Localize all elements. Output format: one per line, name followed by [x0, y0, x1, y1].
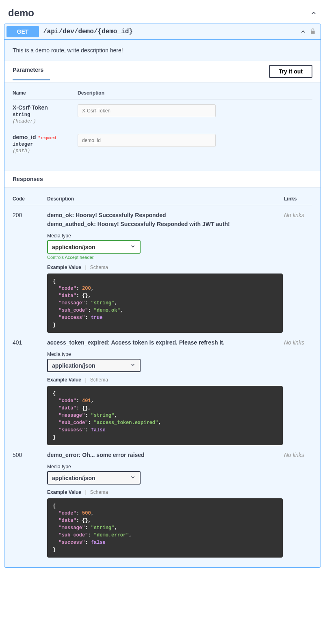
media-type-select[interactable]: application/json: [47, 471, 141, 485]
tab-example-value[interactable]: Example Value: [47, 265, 81, 270]
example-code: { "code": 401, "data": {}, "message": "s…: [47, 386, 283, 445]
example-tabs: Example Value | Schema: [47, 489, 284, 495]
parameter-row: demo_id * required integer (path): [13, 129, 312, 159]
response-code: 500: [13, 452, 47, 558]
response-description: access_token_expired: Access token is ex…: [47, 339, 284, 346]
response-links: No links: [284, 212, 312, 333]
media-type-label: Media type: [47, 233, 284, 239]
accept-header-hint: Controls Accept header.: [47, 255, 284, 260]
example-tabs: Example Value | Schema: [47, 265, 284, 270]
response-links: No links: [284, 339, 312, 445]
chevron-down-icon: [130, 243, 136, 250]
required-marker: * required: [38, 136, 56, 140]
operation-block: GET /api/dev/demo/{demo_id} This is a de…: [4, 24, 321, 568]
media-type-value: application/json: [52, 362, 130, 369]
parameters-title: Parameters: [13, 67, 43, 76]
param-name: X-Csrf-Token: [13, 104, 48, 111]
tab-schema[interactable]: Schema: [90, 265, 108, 270]
chevron-down-icon: [130, 474, 136, 481]
tag-header[interactable]: demo: [4, 4, 321, 24]
response-row: 500 demo_error: Oh... some error raised …: [13, 445, 312, 558]
response-code: 401: [13, 339, 47, 445]
endpoint-path: /api/dev/demo/{demo_id}: [43, 28, 300, 35]
media-type-label: Media type: [47, 351, 284, 357]
param-in: (path): [13, 148, 78, 154]
tab-example-value[interactable]: Example Value: [47, 377, 81, 383]
response-code: 200: [13, 212, 47, 333]
response-row: 200 demo_ok: Hooray! Successfully Respon…: [13, 205, 312, 333]
col-header-code: Code: [13, 196, 47, 202]
media-type-label: Media type: [47, 464, 284, 470]
chevron-up-icon: [310, 10, 317, 16]
media-type-select[interactable]: application/json: [47, 240, 141, 254]
param-in: (header): [13, 118, 78, 124]
responses-body: Code Description Links 200 demo_ok: Hoor…: [4, 187, 321, 567]
operation-description: This is a demo route, write description …: [4, 40, 321, 61]
example-tabs: Example Value | Schema: [47, 377, 284, 383]
response-description: demo_error: Oh... some error raised: [47, 452, 284, 458]
param-type: integer: [13, 142, 78, 147]
response-row: 401 access_token_expired: Access token i…: [13, 333, 312, 445]
param-input[interactable]: [78, 104, 216, 117]
responses-header: Responses: [4, 171, 321, 187]
tab-example-value[interactable]: Example Value: [47, 489, 81, 495]
param-input[interactable]: [78, 134, 216, 147]
chevron-up-icon: [300, 28, 306, 35]
tab-schema[interactable]: Schema: [90, 489, 108, 495]
chevron-down-icon: [130, 362, 136, 369]
media-type-value: application/json: [52, 475, 130, 481]
try-it-out-button[interactable]: Try it out: [269, 65, 312, 78]
media-type-value: application/json: [52, 244, 130, 250]
col-header-name: Name: [13, 90, 78, 96]
parameter-row: X-Csrf-Token string (header): [13, 99, 312, 129]
param-name: demo_id: [13, 134, 36, 140]
param-type: string: [13, 112, 78, 118]
response-links: No links: [284, 452, 312, 558]
example-code: { "code": 500, "data": {}, "message": "s…: [47, 498, 283, 558]
media-type-select[interactable]: application/json: [47, 359, 141, 372]
example-code: { "code": 200, "data": {}, "message": "s…: [47, 274, 283, 333]
col-header-description: Description: [47, 196, 284, 202]
lock-icon[interactable]: [310, 28, 316, 35]
operation-summary[interactable]: GET /api/dev/demo/{demo_id}: [4, 24, 321, 40]
responses-title: Responses: [13, 176, 312, 182]
method-badge: GET: [6, 26, 39, 37]
col-header-links: Links: [284, 196, 312, 202]
parameters-table: Name Description X-Csrf-Token string (he…: [4, 82, 321, 171]
response-description: demo_authed_ok: Hooray! Successfully Res…: [47, 221, 284, 227]
tab-schema[interactable]: Schema: [90, 377, 108, 383]
tag-name: demo: [8, 7, 34, 19]
parameters-header: Parameters Try it out: [4, 61, 321, 82]
response-description: demo_ok: Hooray! Successfully Responded: [47, 212, 284, 218]
col-header-description: Description: [78, 90, 312, 96]
